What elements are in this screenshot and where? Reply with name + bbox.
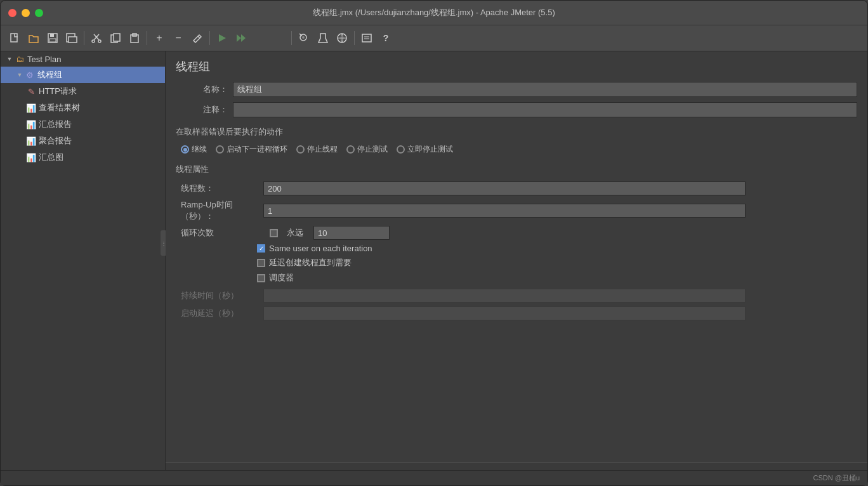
radio-group: 继续 启动下一进程循环 停止线程 停止测试 [181,144,857,155]
remote-button[interactable] [333,29,351,47]
scheduler-row: 调度器 [181,272,857,284]
svg-point-9 [98,40,101,43]
thread-count-row: 线程数： [176,181,857,195]
sidebar-item-view-results[interactable]: 📊 查看结果树 [1,100,165,116]
same-user-checkbox[interactable] [257,244,265,253]
help-button[interactable]: ? [377,29,395,47]
start-button[interactable] [213,29,231,47]
bottom-scrollbar[interactable] [166,463,867,470]
radio-start-next[interactable]: 启动下一进程循环 [216,144,287,155]
radio-stop-test[interactable]: 停止测试 [346,144,388,155]
loop-count-input[interactable] [313,226,390,240]
startup-delay-label: 启动延迟（秒） [181,308,263,319]
svg-marker-17 [241,34,246,42]
copy-button[interactable] [107,29,124,47]
sidebar: ▼ 🗂 Test Plan ▼ ⚙ 线程组 ✎ HTTP请求 📊 查看结果树 [1,51,166,470]
sidebar-item-http-request[interactable]: ✎ HTTP请求 [1,83,165,100]
same-user-row: Same user on each iteration [181,244,857,253]
paste-button[interactable] [126,29,143,47]
close-button[interactable] [8,9,16,17]
comment-label: 注释： [176,104,233,115]
panel-title: 线程组 [176,59,857,74]
radio-start-next-label: 启动下一进程循环 [227,144,287,155]
sep3 [209,31,210,45]
radio-stop-now[interactable]: 立即停止测试 [397,144,453,155]
sidebar-item-test-plan[interactable]: ▼ 🗂 Test Plan [1,51,165,67]
toolbar: + − ? [1,25,867,51]
radio-continue-circle [181,145,189,154]
same-user-label: Same user on each iteration [269,244,372,253]
ramp-up-row: Ramp-Up时间（秒）： [176,199,857,222]
radio-stop-thread[interactable]: 停止线程 [296,144,338,155]
radio-continue-label: 继续 [192,144,207,155]
name-input[interactable] [233,82,857,97]
thread-count-label: 线程数： [181,183,263,194]
saveas-button[interactable] [63,29,81,47]
sep5 [354,31,355,45]
sidebar-item-aggregate2[interactable]: 📊 聚合报告 [1,133,165,149]
error-action-title: 在取样器错误后要执行的动作 [176,126,857,138]
view-results-icon: 📊 [26,103,36,113]
radio-start-next-circle [216,145,224,154]
forever-checkbox[interactable] [270,229,278,237]
shutdown-button[interactable] [270,29,288,47]
test-button[interactable] [314,29,332,47]
startup-delay-input[interactable] [263,306,746,320]
summary-label: 汇总图 [39,152,63,163]
edit-button[interactable] [188,29,206,47]
sidebar-item-thread-group[interactable]: ▼ ⚙ 线程组 [1,67,165,83]
duration-row: 持续时间（秒） [176,289,857,303]
traffic-lights [8,9,43,17]
statusbar-text: CSDN @丑桶u [813,473,860,483]
new-button[interactable] [6,29,23,47]
start-nopauses-button[interactable] [232,29,250,47]
radio-stop-test-label: 停止测试 [357,144,388,155]
app-window: 线程组.jmx (/Users/dujianzhang/线程组.jmx) - A… [0,0,868,486]
cut-button[interactable] [88,29,105,47]
sep1 [84,31,84,45]
comment-input[interactable] [233,102,857,117]
sidebar-item-aggregate[interactable]: 📊 汇总报告 [1,116,165,133]
scheduler-label: 调度器 [269,272,294,284]
save-button[interactable] [44,29,62,47]
scheduler-checkbox[interactable] [257,274,265,282]
window-title: 线程组.jmx (/Users/dujianzhang/线程组.jmx) - A… [313,7,555,18]
sidebar-item-summary[interactable]: 📊 汇总图 [1,149,165,166]
add-button[interactable]: + [150,29,168,47]
thread-count-input[interactable] [263,181,746,195]
svg-point-8 [92,40,95,43]
startup-delay-row: 启动延迟（秒） [176,306,857,320]
thread-props-section: 线程属性 线程数： Ramp-Up时间（秒）： 循环次数 永远 [176,164,857,320]
duration-input[interactable] [263,289,746,303]
thread-group-label: 线程组 [37,69,62,81]
duration-label: 持续时间（秒） [181,290,263,301]
comment-row: 注释： [176,102,857,117]
delay-create-checkbox[interactable] [257,259,265,267]
log-button[interactable] [358,29,376,47]
delay-create-label: 延迟创建线程直到需要 [269,257,352,268]
open-button[interactable] [25,29,43,47]
statusbar: CSDN @丑桶u [1,470,867,485]
svg-rect-2 [50,34,54,37]
maximize-button[interactable] [35,9,43,17]
summary-icon: 📊 [26,152,36,162]
sep4 [291,31,292,45]
minimize-button[interactable] [22,9,30,17]
test-plan-icon: 🗂 [15,54,25,64]
sep2 [147,31,147,45]
stop-button[interactable] [251,29,269,47]
svg-rect-11 [114,34,120,41]
analyze-button[interactable] [295,29,313,47]
http-icon: ✎ [26,86,36,96]
svg-marker-16 [237,34,241,42]
remove-button[interactable]: − [169,29,187,47]
radio-stop-test-circle [346,145,355,154]
loop-count-row: 循环次数 永远 [176,226,857,240]
radio-continue[interactable]: 继续 [181,144,207,155]
aggregate-icon: 📊 [26,119,36,129]
view-results-label: 查看结果树 [39,102,80,114]
ramp-up-input[interactable] [263,204,746,218]
delay-create-row: 延迟创建线程直到需要 [181,257,857,268]
svg-point-19 [302,36,305,39]
aggregate2-label: 聚合报告 [39,135,72,147]
